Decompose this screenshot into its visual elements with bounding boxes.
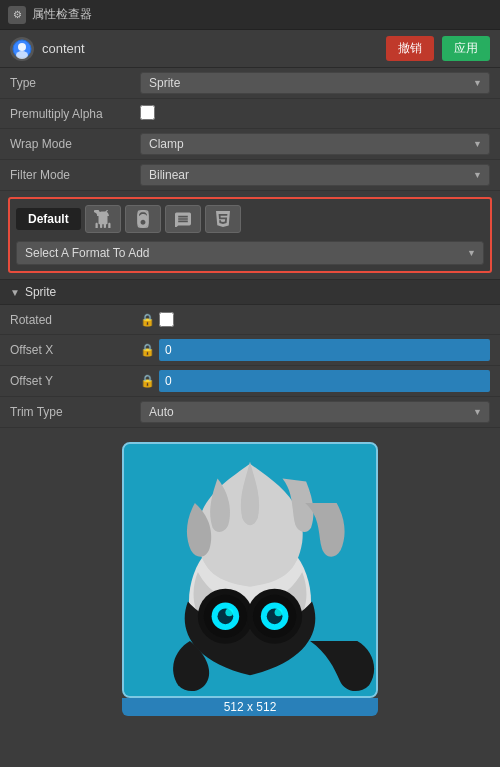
offset-x-lock-icon: 🔒	[140, 343, 155, 357]
type-row: Type Sprite Texture Normal Map	[0, 68, 500, 99]
svg-rect-5	[140, 212, 145, 213]
rotated-lock-icon: 🔒	[140, 313, 155, 327]
sprite-image-wrapper	[122, 442, 378, 698]
sprite-section-label: Sprite	[25, 285, 56, 299]
offset-x-row: Offset X 🔒	[0, 335, 500, 366]
wrap-mode-label: Wrap Mode	[10, 137, 140, 151]
svg-point-2	[16, 51, 28, 59]
trim-type-select[interactable]: Auto Custom	[140, 401, 490, 423]
svg-point-1	[18, 43, 26, 51]
format-tab-chat[interactable]	[165, 205, 201, 233]
rotated-row: Rotated 🔒	[0, 305, 500, 335]
sprite-section-header[interactable]: ▼ Sprite	[0, 279, 500, 305]
offset-y-row: Offset Y 🔒	[0, 366, 500, 397]
premultiply-checkbox[interactable]	[140, 105, 155, 120]
format-tab-mobile[interactable]	[125, 205, 161, 233]
content-avatar	[10, 37, 34, 61]
cancel-button[interactable]: 撤销	[386, 36, 434, 61]
offset-y-lock-icon: 🔒	[140, 374, 155, 388]
type-value: Sprite Texture Normal Map	[140, 72, 490, 94]
offset-y-input[interactable]	[159, 370, 490, 392]
type-label: Type	[10, 76, 140, 90]
format-tabs: Default	[16, 205, 484, 233]
title-bar-icon: ⚙	[8, 6, 26, 24]
offset-y-label: Offset Y	[10, 374, 140, 388]
format-select[interactable]: Select A Format To Add	[16, 241, 484, 265]
rotated-checkbox[interactable]	[159, 312, 174, 327]
sprite-canvas	[124, 444, 376, 696]
sprite-size-label: 512 x 512	[122, 698, 378, 716]
premultiply-label: Premultiply Alpha	[10, 107, 140, 121]
offset-x-input[interactable]	[159, 339, 490, 361]
svg-point-16	[225, 608, 233, 616]
trim-type-row: Trim Type Auto Custom	[0, 397, 500, 428]
rotated-label: Rotated	[10, 313, 140, 327]
content-name: content	[42, 41, 378, 56]
format-tab-html5[interactable]	[205, 205, 241, 233]
format-tab-default[interactable]: Default	[16, 208, 81, 230]
format-tab-android[interactable]	[85, 205, 121, 233]
title-bar-title: 属性检查器	[32, 6, 92, 23]
filter-mode-row: Filter Mode Bilinear Nearest Trilinear	[0, 160, 500, 191]
apply-button[interactable]: 应用	[442, 36, 490, 61]
format-select-row: Select A Format To Add	[16, 241, 484, 265]
filter-mode-select[interactable]: Bilinear Nearest Trilinear	[140, 164, 490, 186]
sprite-section-arrow: ▼	[10, 287, 20, 298]
filter-mode-label: Filter Mode	[10, 168, 140, 182]
wrap-mode-select[interactable]: Clamp Repeat Mirror Edge	[140, 133, 490, 155]
premultiply-row: Premultiply Alpha	[0, 99, 500, 129]
svg-point-17	[275, 608, 283, 616]
type-select[interactable]: Sprite Texture Normal Map	[140, 72, 490, 94]
format-panel: Default	[8, 197, 492, 273]
offset-x-label: Offset X	[10, 343, 140, 357]
title-bar: ⚙ 属性检查器	[0, 0, 500, 30]
sprite-preview: 512 x 512	[0, 432, 500, 726]
trim-type-label: Trim Type	[10, 405, 140, 419]
wrap-mode-row: Wrap Mode Clamp Repeat Mirror Edge	[0, 129, 500, 160]
content-header: content 撤销 应用	[0, 30, 500, 68]
svg-point-4	[142, 225, 144, 227]
